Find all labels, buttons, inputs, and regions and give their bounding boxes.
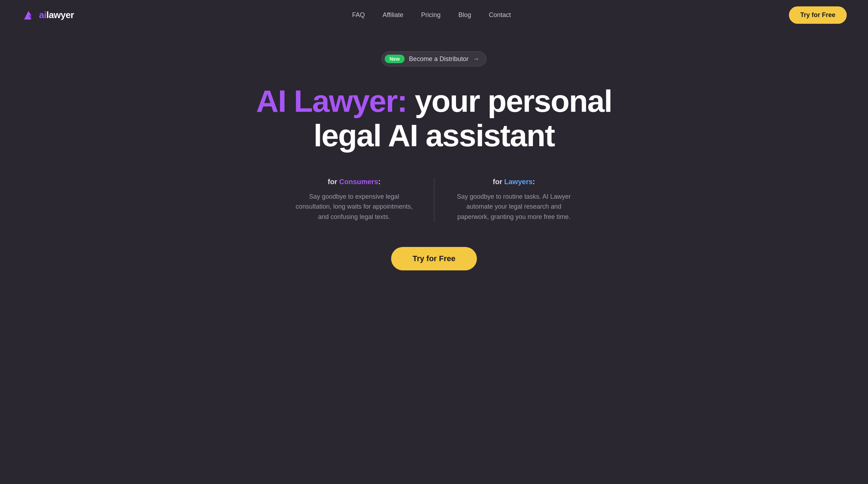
lawyers-body: Say goodbye to routine tasks. AI Lawyer … bbox=[452, 192, 576, 222]
consumers-body: Say goodbye to expensive legal consultat… bbox=[292, 192, 416, 222]
hero-col-lawyers: for Lawyers: Say goodbye to routine task… bbox=[434, 178, 594, 222]
consumers-heading-suffix: : bbox=[378, 178, 381, 186]
navbar: ailawyer FAQ Affiliate Pricing Blog Cont… bbox=[0, 0, 868, 30]
nav-link-faq[interactable]: FAQ bbox=[352, 11, 365, 18]
nav-link-contact[interactable]: Contact bbox=[489, 11, 511, 18]
nav-cta-button[interactable]: Try for Free bbox=[789, 6, 847, 24]
nav-item-faq[interactable]: FAQ bbox=[352, 11, 365, 19]
nav-link-pricing[interactable]: Pricing bbox=[421, 11, 441, 18]
hero-title: AI Lawyer: your personal legal AI assist… bbox=[239, 84, 629, 153]
nav-item-contact[interactable]: Contact bbox=[489, 11, 511, 19]
hero-title-purple: AI Lawyer: bbox=[256, 83, 407, 119]
consumers-heading-prefix: for bbox=[328, 178, 339, 186]
nav-link-affiliate[interactable]: Affiliate bbox=[383, 11, 404, 18]
nav-links: FAQ Affiliate Pricing Blog Contact bbox=[352, 11, 511, 19]
nav-item-blog[interactable]: Blog bbox=[458, 11, 471, 19]
consumers-heading-highlight: Consumers bbox=[339, 178, 378, 186]
badge-new-label: New bbox=[385, 55, 405, 63]
badge-text: Become a Distributor bbox=[409, 55, 468, 63]
hero-section: New Become a Distributor → AI Lawyer: yo… bbox=[0, 30, 868, 299]
hero-col-consumers: for Consumers: Say goodbye to expensive … bbox=[274, 178, 434, 222]
logo-icon bbox=[21, 8, 35, 22]
nav-link-blog[interactable]: Blog bbox=[458, 11, 471, 18]
consumers-heading: for Consumers: bbox=[292, 178, 416, 186]
logo[interactable]: ailawyer bbox=[21, 8, 74, 22]
logo-text: ailawyer bbox=[39, 10, 74, 21]
hero-cta-button[interactable]: Try for Free bbox=[391, 247, 477, 270]
nav-item-pricing[interactable]: Pricing bbox=[421, 11, 441, 19]
badge-arrow-icon: → bbox=[473, 55, 479, 63]
lawyers-heading-highlight: Lawyers bbox=[504, 178, 533, 186]
hero-columns: for Consumers: Say goodbye to expensive … bbox=[274, 178, 594, 222]
nav-item-affiliate[interactable]: Affiliate bbox=[383, 11, 404, 19]
lawyers-heading-suffix: : bbox=[533, 178, 535, 186]
lawyers-heading: for Lawyers: bbox=[452, 178, 576, 186]
lawyers-heading-prefix: for bbox=[493, 178, 504, 186]
distributor-badge[interactable]: New Become a Distributor → bbox=[382, 51, 487, 66]
